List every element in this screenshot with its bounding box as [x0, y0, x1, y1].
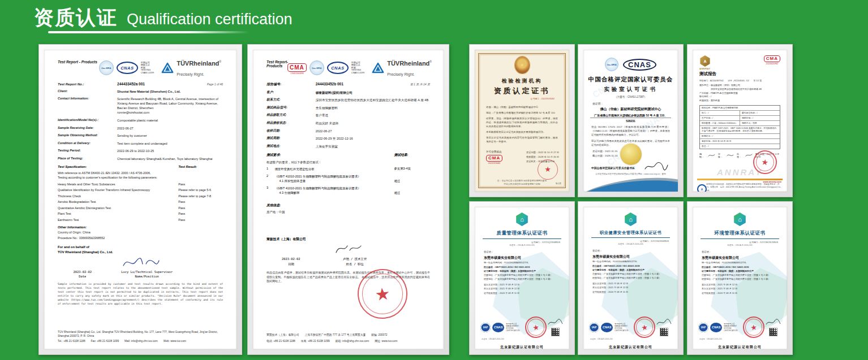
initial-issue-date: 初次发证日期：2021 年 08 月 12 日	[592, 281, 669, 285]
field-label: 测试周期:	[267, 136, 316, 141]
signature-date: 2023-02-02	[58, 270, 108, 274]
certified-company: 东莞市硕康实业有限公司	[484, 255, 560, 261]
cma-logo-icon: CMA	[764, 55, 780, 62]
cnas-logo-icon: CNAS	[327, 62, 349, 74]
item-result: 通过	[394, 174, 430, 183]
table-cell: 抽样方式：送样	[740, 121, 780, 125]
report-no-value: 244433452b 001	[316, 82, 343, 86]
name-position-label: 姓名 / 职位	[316, 262, 394, 266]
annray-logo: A ANNRAY 测试报告	[699, 55, 716, 77]
iaf-logo-icon: IAF	[698, 323, 708, 332]
table-cell: 检测依据：GB/T 1037-2021、GB/T 1040.3-2006 及委托…	[700, 126, 780, 133]
certified-company: 东莞市硕康实业有限公司	[702, 255, 778, 261]
standard-line: 符合标准：GB/T19001-2016 / ISO 9001:2015	[484, 265, 560, 269]
initial-issue-date: 初次发证日期：2021 年 08 月 12 日	[484, 283, 560, 287]
field-value: 2022-06-27	[316, 129, 430, 133]
cnas-testing-text: 中国认可 国际互认 检测 TESTING CNAS L0599	[141, 62, 154, 75]
spec-name: Heavy Metals and Other Toxic Substances	[58, 183, 178, 186]
certificate-tuv-test-report-zh: Test Report- Products CMA 170823343898 i…	[247, 44, 449, 355]
approval-number: 批准号：CNCA-R-2016-205	[583, 243, 678, 245]
initial-issue-date: 初次发证日期：2021 年 08 月 12 日	[702, 283, 778, 287]
field-label: Place of Testing:	[58, 157, 117, 161]
field-value: 上海化学实验室	[316, 144, 430, 149]
item-name: 傅里叶变换红外光谱定性分析	[274, 167, 394, 171]
doc-title: Test Report - Products	[58, 60, 97, 64]
field-value: Chemical laboratory Shanghai& Kunshan, T…	[117, 157, 223, 161]
other-info-label: Other Information:	[58, 225, 223, 229]
footer-tel: Tel.: +86 21 6108 1188	[58, 340, 85, 342]
standard-line: 符合标准：GB/T45001-2020 / ISO 45001:2018	[592, 264, 669, 268]
cma-number: 170823343898	[287, 72, 307, 75]
field-label: Identification/Model No(s).:	[58, 118, 117, 123]
cert-small-print: 批准号：CNCA-R-2016-205	[482, 338, 538, 341]
spec-intro: With reference to ASTM D6400-21 /EN 1343…	[58, 171, 223, 180]
field-value: Scientific Research Building 4B, Block A…	[117, 97, 223, 115]
accredited-org: 佛山（华南）新材料研究院材料测试中心	[583, 107, 678, 112]
behalf-text: For and on behalf of TÜV Rheinland (Shan…	[58, 245, 223, 254]
result-label: Test Result:	[178, 165, 223, 168]
doc-title: 测试报告	[699, 71, 716, 77]
iaf-logo-icon: IAF	[589, 323, 599, 332]
field-label: Client:	[58, 89, 117, 94]
marks-caption: 管理体系认证 MANAGEMENT SYSTEM CERTIFICATION	[506, 323, 521, 332]
item-num: 3	[267, 186, 274, 195]
other-info-line: Country of Origin: China	[58, 231, 223, 234]
approval-number: 批准号：CNCA-R-2016-205	[475, 244, 569, 246]
cert-number: 证书编号：XJY21S23569R0S	[583, 240, 669, 242]
section-title-zh: 资质认证	[34, 5, 118, 31]
cnas-logo-icon: CNAS	[492, 323, 504, 332]
cma-logo-icon: CMA	[287, 63, 307, 72]
red-star-stamp: ★	[538, 159, 558, 180]
name-position-label: Name/Position	[108, 275, 187, 278]
tuv-rheinland-logo: TÜVRheinland® Precisely Right.	[372, 58, 432, 78]
footer-web: Web: www.tuv.com	[164, 340, 186, 342]
date-label: 日期	[267, 262, 316, 266]
approval-number: 批准号：CNCA-R-2016-205	[693, 244, 787, 246]
red-round-stamp: ★	[633, 315, 657, 340]
qr-code	[769, 328, 777, 336]
scope-line: 证书覆盖范围：包装材料（薄膜）及塑料制品的生产	[702, 269, 778, 273]
field-label: 测试地点:	[267, 144, 316, 149]
signature-technical-manager	[332, 242, 366, 256]
footer-fax: Fax: +86 21 6108 1099	[91, 340, 119, 342]
table-cell: 委托单位电话：/	[740, 111, 780, 115]
expiry-date: 截止日期：2028-11-14	[592, 154, 617, 158]
report-no-label: Test Report No.:	[58, 83, 117, 86]
cnas-logo-icon: CNAS	[117, 62, 138, 74]
field-label: Contact Information:	[58, 97, 117, 115]
field-label: 样品获取方式:	[267, 113, 316, 118]
annray-watermark: ANNRAY	[693, 167, 787, 177]
certificate-cma-qualification: ★ 检验检测机构 资质认定证书 证书编号：2022192308Z 名称：佛山（华…	[469, 44, 575, 197]
table-cell: 批号：/	[700, 111, 740, 115]
credit-code: 统一社会信用代码：91441900MA4W3J2T9L	[592, 259, 669, 263]
signature-authorizer	[655, 319, 672, 327]
ilac-mra-logo-icon: ilac-MRA	[99, 60, 114, 75]
cert-number: 证书编号：XJY21E23570R0S	[693, 241, 778, 244]
item-num: 2	[267, 174, 274, 183]
report-form-fields: 委托单位：硕泰新材料（深圳）有限公司 深圳市宝安区西乡街道劳动社区中央大道科研楼…	[699, 84, 780, 103]
item-result: 通过	[394, 186, 430, 195]
certificate-iso-environment: ⌂ 环境管理体系认证证书 证书编号：XJY21E23570R0S 批准号：CNC…	[687, 201, 793, 355]
certificate-iso-ohs: ⌂ 职业健康安全管理体系认证证书 证书编号：XJY21S23569R0S 批准号…	[578, 201, 684, 355]
report-footer: 本报告仅对来样负责，未经本公司书面批准不得部分复制本报告。安耐检测技术（东莞）有…	[706, 183, 781, 192]
field-label: Sample Obtaining Method:	[58, 133, 117, 138]
cnas-testing-text: 中国认可 国际互认 检测 TESTING CNAS L0599	[351, 62, 364, 75]
report-table: 样品名称：PBAT/PLA 全生物降解薄膜 批号：/委托单位电话：/ 生产日期：…	[699, 105, 780, 149]
item-subclause: 4.3 生物降解率	[274, 190, 392, 195]
table-cell: 生产日期：/	[700, 116, 740, 120]
cnas-logo-icon: CNAS	[601, 323, 613, 332]
tuv-reg-mark: ®	[219, 60, 221, 63]
date-label: Date	[58, 275, 108, 278]
certification-body-logo-icon: ⌂	[515, 212, 529, 226]
table-cell: 样品名称：PBAT/PLA 全生物降解薄膜	[700, 106, 780, 110]
reviewed-by-label: 审核：	[718, 153, 724, 158]
signature-approver	[745, 153, 753, 158]
ilac-mra-logo-icon: ilac-MRA	[310, 60, 324, 75]
red-round-stamp: ★	[524, 315, 548, 340]
certificate-annray-test-report: A ANNRAY 测试报告 CMA 2020342098Z 报告编号：A2204…	[687, 44, 793, 197]
license-mark: 许可使用标志 CMA 2022192308Z	[486, 150, 502, 164]
registered-address: 注册地址：广东省东莞市常平镇土塘村升辉工业区（薄膜 1 号 2 楼）	[702, 273, 778, 277]
issue-date: 本次发证日期：2021 年 08 月 12 日	[592, 285, 669, 289]
field-value: 2022-06-29 to 2022-10-25	[117, 149, 223, 153]
registered-address: 注册地址：广东省东莞市常平镇土塘村升辉工业区（薄膜 1 号 2 楼）	[592, 272, 669, 276]
